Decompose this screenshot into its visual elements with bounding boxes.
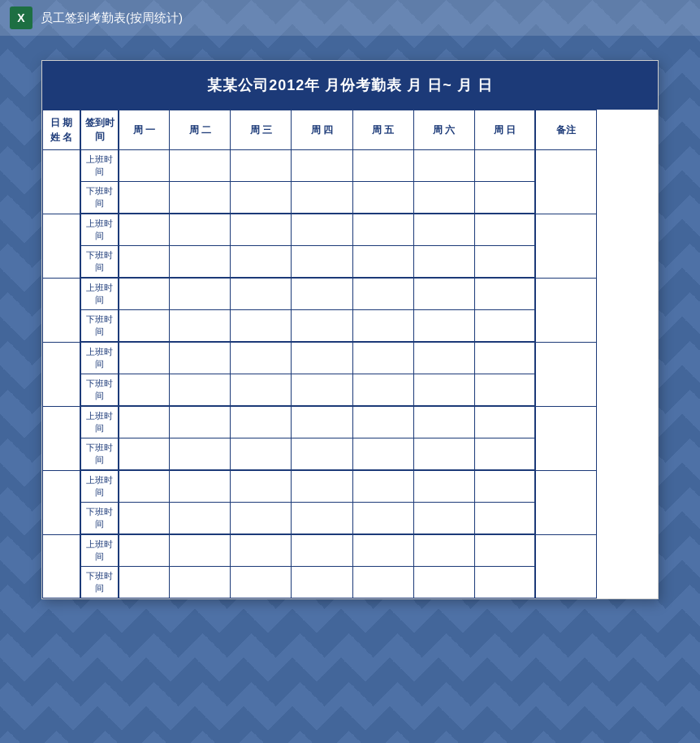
day-cell — [231, 503, 292, 535]
table-header-row: 日 期 姓 名 签到时间 周 一 周 二 周 三 周 四 周 五 周 六 周 日… — [43, 110, 658, 150]
day-cell — [413, 374, 474, 407]
shift-end-label: 下班时间 — [80, 503, 119, 535]
header-sun: 周 日 — [474, 110, 535, 150]
day-cell — [119, 503, 170, 535]
shift-end-label: 下班时间 — [80, 246, 119, 279]
day-cell — [231, 310, 292, 343]
day-cell — [170, 470, 231, 503]
header-fri: 周 五 — [352, 110, 413, 150]
table-row: 上班时间 — [43, 406, 658, 438]
day-cell — [292, 534, 352, 567]
day-cell — [413, 470, 474, 503]
day-cell — [231, 342, 292, 374]
shift-start-label: 上班时间 — [80, 534, 119, 567]
date-cell — [43, 406, 81, 470]
day-cell — [119, 182, 170, 214]
day-cell — [474, 534, 535, 567]
day-cell — [170, 374, 231, 407]
day-cell — [292, 246, 352, 279]
day-cell — [119, 470, 170, 503]
day-cell — [474, 246, 535, 279]
day-cell — [231, 438, 292, 471]
shift-start-label: 上班时间 — [80, 342, 119, 374]
table-row: 上班时间 — [43, 278, 658, 310]
day-cell — [413, 534, 474, 567]
day-cell — [170, 246, 231, 279]
day-cell — [231, 246, 292, 279]
page-title: 员工签到考勤表(按周统计) — [41, 11, 183, 26]
day-cell — [352, 534, 413, 567]
header-text: 某某公司2012年 月份考勤表 月 日~ 月 日 — [207, 77, 493, 93]
date-cell — [43, 214, 81, 278]
notes-cell — [535, 534, 596, 598]
day-cell — [413, 567, 474, 598]
day-cell — [170, 406, 231, 438]
day-cell — [231, 214, 292, 246]
attendance-table: 日 期 姓 名 签到时间 周 一 周 二 周 三 周 四 周 五 周 六 周 日… — [42, 110, 658, 598]
day-cell — [119, 438, 170, 471]
sheet-header: 某某公司2012年 月份考勤表 月 日~ 月 日 — [42, 61, 658, 110]
shift-start-label: 上班时间 — [80, 214, 119, 246]
notes-cell — [535, 214, 596, 278]
day-cell — [413, 150, 474, 182]
table-row: 上班时间 — [43, 470, 658, 503]
day-cell — [170, 438, 231, 471]
day-cell — [352, 246, 413, 279]
header-mon: 周 一 — [119, 110, 170, 150]
header-tue: 周 二 — [170, 110, 231, 150]
day-cell — [474, 278, 535, 310]
day-cell — [119, 567, 170, 598]
day-cell — [231, 150, 292, 182]
date-cell — [43, 278, 81, 342]
day-cell — [352, 278, 413, 310]
day-cell — [352, 374, 413, 407]
day-cell — [170, 214, 231, 246]
day-cell — [170, 278, 231, 310]
day-cell — [474, 438, 535, 471]
day-cell — [292, 342, 352, 374]
day-cell — [170, 150, 231, 182]
day-cell — [352, 150, 413, 182]
day-cell — [413, 342, 474, 374]
spreadsheet-card: 某某公司2012年 月份考勤表 月 日~ 月 日 — [41, 60, 659, 599]
shift-end-label: 下班时间 — [80, 374, 119, 407]
day-cell — [413, 310, 474, 343]
date-cell — [43, 534, 81, 598]
header-sat: 周 六 — [413, 110, 474, 150]
day-cell — [352, 342, 413, 374]
header-thu: 周 四 — [292, 110, 352, 150]
day-cell — [231, 567, 292, 598]
day-cell — [292, 503, 352, 535]
notes-cell — [535, 470, 596, 534]
date-cell — [43, 470, 81, 534]
day-cell — [474, 150, 535, 182]
day-cell — [352, 503, 413, 535]
day-cell — [119, 406, 170, 438]
shift-start-label: 上班时间 — [80, 278, 119, 310]
header-sign: 签到时间 — [80, 110, 119, 150]
table-row: 上班时间 — [43, 150, 658, 182]
day-cell — [170, 342, 231, 374]
header-date: 日 期 姓 名 — [43, 110, 81, 150]
day-cell — [119, 374, 170, 407]
day-cell — [413, 246, 474, 279]
top-bar: X 员工签到考勤表(按周统计) — [0, 0, 700, 36]
day-cell — [352, 470, 413, 503]
day-cell — [231, 406, 292, 438]
header-wed: 周 三 — [231, 110, 292, 150]
day-cell — [474, 470, 535, 503]
table-row: 上班时间 — [43, 342, 658, 374]
table-row: 上班时间 — [43, 534, 658, 567]
day-cell — [292, 438, 352, 471]
day-cell — [231, 182, 292, 214]
day-cell — [292, 150, 352, 182]
shift-end-label: 下班时间 — [80, 567, 119, 598]
day-cell — [352, 310, 413, 343]
day-cell — [231, 470, 292, 503]
day-cell — [352, 567, 413, 598]
day-cell — [352, 214, 413, 246]
day-cell — [119, 310, 170, 343]
notes-cell — [535, 342, 596, 406]
date-cell — [43, 150, 81, 214]
day-cell — [231, 374, 292, 407]
